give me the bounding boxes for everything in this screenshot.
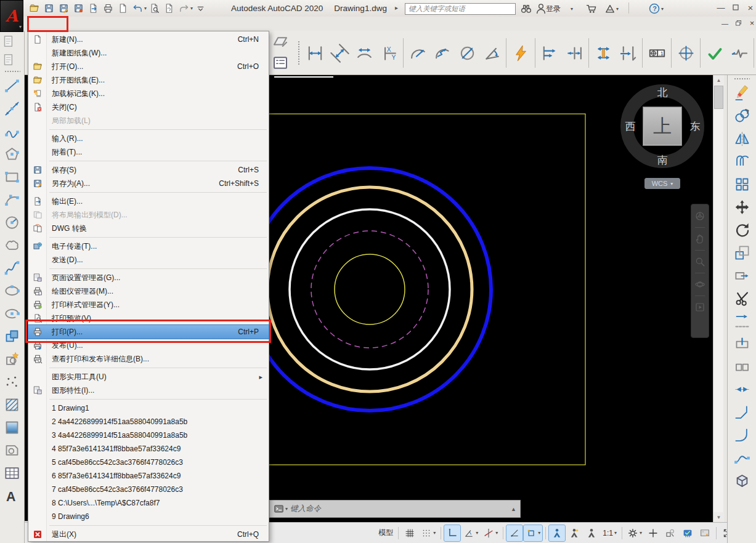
rectangle-button[interactable] xyxy=(2,166,23,187)
dropdown-icon[interactable]: ▾ xyxy=(538,530,540,536)
polyline-button[interactable] xyxy=(2,121,23,142)
vertical-scrollbar[interactable]: ▲ ▼ xyxy=(713,75,723,522)
print-icon[interactable] xyxy=(101,1,115,15)
stretch-button[interactable] xyxy=(731,265,752,286)
redo-icon[interactable] xyxy=(177,1,191,15)
file-menu-item[interactable]: 6 85f7a3e6141341ff8bbae57af33624c9 xyxy=(28,469,269,483)
file-menu-item[interactable]: 8 C:\Users\...\Temp\A$C87cfa8f7 xyxy=(28,496,269,510)
dropdown-icon[interactable]: ▾ xyxy=(495,530,498,536)
hardware-icon[interactable] xyxy=(680,525,696,541)
dim-jogged-button[interactable] xyxy=(430,36,455,70)
redo-dropdown-icon[interactable]: ▾ xyxy=(190,6,193,11)
close-icon[interactable]: × xyxy=(744,1,756,14)
dim-break-button[interactable] xyxy=(616,36,640,70)
file-menu-item[interactable]: 打开图纸集(E)... xyxy=(28,73,269,87)
compass-west-label[interactable]: 西 xyxy=(621,119,640,134)
file-menu-item[interactable]: 1 Drawing1 xyxy=(28,401,269,415)
qat-more-icon[interactable] xyxy=(193,1,208,15)
tolerance-button[interactable]: .1 xyxy=(644,36,669,70)
toolbar-grip[interactable] xyxy=(298,41,301,65)
isolate-icon[interactable] xyxy=(662,525,678,541)
file-menu-item[interactable]: 图形特性(I)... xyxy=(28,384,269,397)
dim-angular-button[interactable] xyxy=(479,36,504,70)
outer-blue-circle[interactable] xyxy=(248,168,491,411)
table-button[interactable] xyxy=(2,462,23,483)
undo-dropdown-icon[interactable]: ▾ xyxy=(144,6,147,11)
file-menu-item[interactable]: 2 4a44226899914f51aa588040991a8a5b xyxy=(28,415,269,428)
tan-circle[interactable] xyxy=(267,187,472,392)
zoom-icon[interactable] xyxy=(694,256,705,267)
scrollbar-thumb[interactable] xyxy=(714,86,723,109)
doc-close-icon[interactable]: × xyxy=(747,18,756,28)
inner-yellow-circle[interactable] xyxy=(335,254,405,324)
model-space-button[interactable]: 模型 xyxy=(376,525,395,541)
multiline-text-button[interactable]: A xyxy=(2,485,23,506)
command-input[interactable]: 键入命令 xyxy=(290,504,508,514)
join-button[interactable] xyxy=(731,379,752,400)
search-input[interactable] xyxy=(405,3,516,15)
file-menu-item[interactable]: 发送(D)... xyxy=(28,253,269,267)
title-expand-icon[interactable]: ▸ xyxy=(395,4,398,11)
stamp-icon[interactable] xyxy=(71,1,86,15)
hatch-button[interactable] xyxy=(2,394,23,415)
quick-dim-button[interactable] xyxy=(508,36,533,70)
workspace-partial-icon[interactable] xyxy=(271,34,290,52)
trim-button[interactable] xyxy=(731,288,752,308)
region-button[interactable] xyxy=(2,440,23,461)
help-icon[interactable]: ? xyxy=(648,2,660,15)
autocad-logo[interactable]: A ▾ xyxy=(0,0,23,32)
compass-east-label[interactable]: 东 xyxy=(686,119,704,134)
gradient-button[interactable] xyxy=(2,417,23,438)
break-at-point-button[interactable] xyxy=(731,333,752,354)
isodraft-icon[interactable]: ▾ xyxy=(481,525,500,541)
file-menu-item[interactable]: 打印(P)...Ctrl+P xyxy=(28,325,269,339)
extend-button[interactable] xyxy=(731,310,752,331)
offset-button[interactable] xyxy=(731,151,752,172)
scroll-down-icon[interactable]: ▼ xyxy=(713,512,724,522)
file-menu-item[interactable]: 打开(O)...Ctrl+O xyxy=(28,60,269,73)
dim-arc-length-button[interactable] xyxy=(352,36,376,70)
circle-button[interactable] xyxy=(2,212,23,233)
command-line-dropdown-icon[interactable]: ▾ xyxy=(285,506,288,512)
minimize-icon[interactable]: — xyxy=(715,1,727,14)
blend-curves-button[interactable] xyxy=(731,447,752,468)
doc-restore-icon[interactable] xyxy=(733,18,744,28)
saveas-icon[interactable] xyxy=(57,1,71,15)
file-menu-item[interactable]: 打印预览(V) xyxy=(28,312,269,325)
scale-button[interactable] xyxy=(731,242,752,263)
performance-icon[interactable] xyxy=(697,525,713,541)
file-menu-item[interactable]: 输出(E)... xyxy=(28,195,269,208)
ellipse-arc-button[interactable] xyxy=(2,303,23,324)
white-circle[interactable] xyxy=(290,209,450,369)
chamfer-button[interactable] xyxy=(731,401,752,422)
file-menu-item[interactable]: 新建图纸集(W)... xyxy=(28,46,269,60)
scroll-up-icon[interactable]: ▲ xyxy=(713,75,724,85)
spline-button[interactable] xyxy=(2,257,23,278)
explode-button[interactable] xyxy=(731,470,752,491)
partial-toolbar-icon[interactable] xyxy=(1,33,15,49)
file-menu-item[interactable]: 退出(X)Ctrl+Q xyxy=(28,528,269,541)
line-button[interactable] xyxy=(2,75,23,96)
share-icon[interactable] xyxy=(604,2,616,15)
grid-icon[interactable] xyxy=(402,525,418,541)
preview-icon[interactable] xyxy=(147,1,161,15)
fillet-button[interactable] xyxy=(731,424,752,445)
file-menu-item[interactable]: 4 85f7a3e6141341ff8bbae57af33624c9 xyxy=(28,442,269,456)
dropdown-icon[interactable]: ▾ xyxy=(433,530,436,536)
file-menu-item[interactable]: 电子传递(T)... xyxy=(28,239,269,253)
partial-toolbar-icon[interactable] xyxy=(1,52,15,68)
toolbar-grip[interactable] xyxy=(734,78,750,81)
autoscale-icon[interactable] xyxy=(566,525,582,541)
dim-jog-line-button[interactable] xyxy=(727,36,752,70)
make-block-button[interactable] xyxy=(2,348,23,369)
file-menu-item[interactable]: 图形实用工具(U)▸ xyxy=(28,370,269,384)
dim-aligned-button[interactable] xyxy=(327,36,352,70)
compass-north-label[interactable]: 北 xyxy=(653,86,672,100)
orbit-icon[interactable] xyxy=(694,279,705,290)
array-button[interactable] xyxy=(731,174,752,195)
ortho-icon[interactable] xyxy=(444,525,460,541)
file-menu-item[interactable]: 9 Drawing6 xyxy=(28,510,269,523)
help-dropdown-icon[interactable]: ▾ xyxy=(661,6,664,12)
dropdown-icon[interactable]: ▾ xyxy=(640,530,642,536)
qsave-icon[interactable] xyxy=(42,1,56,15)
